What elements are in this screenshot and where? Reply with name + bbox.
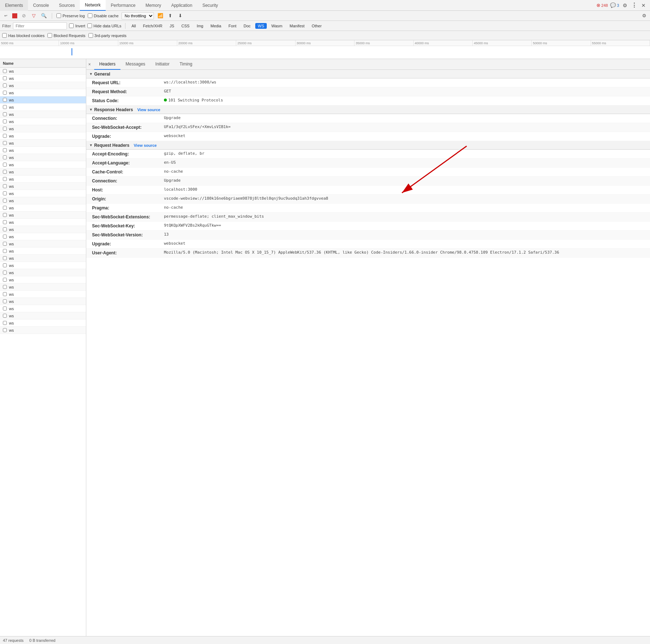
list-item[interactable]: ws (0, 82, 86, 89)
blocked-requests-checkbox[interactable]: Blocked Requests (47, 33, 86, 38)
item-checkbox[interactable] (3, 292, 7, 296)
item-checkbox[interactable] (3, 299, 7, 303)
list-item[interactable]: ws (0, 154, 86, 161)
tab-network[interactable]: Network (80, 0, 106, 11)
item-checkbox[interactable] (3, 278, 7, 282)
preserve-log-input[interactable] (56, 13, 61, 18)
item-checkbox[interactable] (3, 184, 7, 188)
tab-application[interactable]: Application (166, 0, 197, 11)
item-checkbox[interactable] (3, 119, 7, 123)
list-item[interactable]: ws (0, 284, 86, 291)
navigate-back-icon[interactable]: ↩ (2, 12, 9, 19)
list-item[interactable]: ws (0, 204, 86, 212)
item-checkbox[interactable] (3, 213, 7, 217)
tab-sources[interactable]: Sources (54, 0, 80, 11)
item-checkbox[interactable] (3, 163, 7, 167)
export-icon[interactable]: ⬇ (177, 12, 184, 19)
list-item[interactable]: ws (0, 276, 86, 284)
list-item[interactable]: ws (0, 147, 86, 154)
item-checkbox[interactable] (3, 112, 7, 116)
item-checkbox[interactable] (3, 148, 7, 152)
list-item[interactable]: ws (0, 233, 86, 240)
response-headers-section[interactable]: ▼ Response Headers View source (86, 105, 650, 114)
filter-css[interactable]: CSS (179, 23, 192, 29)
item-checkbox[interactable] (3, 91, 7, 95)
list-item[interactable]: ws (0, 327, 86, 334)
wifi-icon[interactable]: 📶 (157, 12, 164, 19)
settings-icon[interactable]: ⚙ (621, 2, 628, 9)
request-headers-section[interactable]: ▼ Request Headers View source (86, 141, 650, 150)
item-checkbox[interactable] (3, 220, 7, 224)
item-checkbox[interactable] (3, 235, 7, 239)
record-button[interactable] (12, 13, 17, 18)
tab-elements[interactable]: Elements (0, 0, 28, 11)
search-icon[interactable]: 🔍 (40, 12, 47, 19)
import-icon[interactable]: ⬆ (167, 12, 174, 19)
list-item[interactable]: ws (0, 197, 86, 204)
item-checkbox[interactable] (3, 134, 7, 138)
filter-fetch-xhr[interactable]: Fetch/XHR (141, 23, 165, 29)
item-checkbox[interactable] (3, 242, 7, 246)
item-checkbox[interactable] (3, 256, 7, 260)
item-checkbox[interactable] (3, 69, 7, 73)
list-item[interactable]: ws (0, 312, 86, 319)
filter-doc[interactable]: Doc (241, 23, 253, 29)
response-view-source-link[interactable]: View source (137, 108, 160, 112)
tab-timing[interactable]: Timing (174, 59, 197, 70)
item-checkbox[interactable] (3, 271, 7, 275)
invert-checkbox[interactable]: Invert (69, 23, 85, 28)
list-item[interactable]: ws (0, 68, 86, 75)
list-item[interactable]: ws (0, 161, 86, 168)
list-item[interactable]: ws (0, 168, 86, 176)
tab-headers[interactable]: Headers (94, 59, 120, 70)
list-item[interactable]: ws (0, 125, 86, 132)
list-item[interactable]: ws (0, 305, 86, 312)
item-checkbox[interactable] (3, 127, 7, 131)
tab-initiator[interactable]: Initiator (150, 59, 174, 70)
general-section-header[interactable]: ▼ General (86, 70, 650, 78)
list-item[interactable]: ws (0, 111, 86, 118)
item-checkbox[interactable] (3, 155, 7, 159)
list-item[interactable]: ws (0, 89, 86, 96)
filter-other[interactable]: Other (309, 23, 324, 29)
list-item[interactable]: ws (0, 291, 86, 298)
filter-js[interactable]: JS (167, 23, 177, 29)
item-checkbox[interactable] (3, 105, 7, 109)
item-checkbox[interactable] (3, 76, 7, 80)
item-checkbox[interactable] (3, 249, 7, 253)
list-item[interactable]: ws (0, 212, 86, 219)
item-checkbox[interactable] (3, 98, 7, 102)
item-checkbox[interactable] (3, 191, 7, 195)
warning-count[interactable]: 💬 3 (610, 3, 619, 8)
filter-icon[interactable]: ▽ (30, 12, 37, 19)
filter-all[interactable]: All (129, 23, 138, 29)
error-count[interactable]: ⊗ 248 (596, 3, 608, 8)
item-checkbox[interactable] (3, 307, 7, 310)
list-item[interactable]: ws (0, 190, 86, 197)
close-panel-button[interactable]: × (86, 61, 93, 68)
item-checkbox[interactable] (3, 83, 7, 87)
list-item[interactable]: ws (0, 255, 86, 262)
list-item[interactable]: ws (0, 75, 86, 82)
list-item[interactable]: ws (0, 104, 86, 111)
list-item[interactable]: ws (0, 132, 86, 140)
item-checkbox[interactable] (3, 199, 7, 203)
filter-img[interactable]: Img (194, 23, 206, 29)
item-checkbox[interactable] (3, 206, 7, 210)
more-options-icon[interactable]: ⋮ (631, 2, 638, 9)
throttle-select[interactable]: No throttling (122, 12, 154, 19)
item-checkbox[interactable] (3, 328, 7, 332)
filter-font[interactable]: Font (226, 23, 239, 29)
has-blocked-cookies-checkbox[interactable]: Has blocked cookies (2, 33, 45, 38)
list-item[interactable]: ws (0, 248, 86, 255)
item-checkbox[interactable] (3, 285, 7, 289)
list-item[interactable]: ws (0, 183, 86, 190)
preserve-log-checkbox[interactable]: Preserve log (56, 13, 85, 18)
request-view-source-link[interactable]: View source (134, 143, 157, 148)
filter-input[interactable] (13, 22, 67, 30)
item-checkbox[interactable] (3, 141, 7, 145)
list-item[interactable]: ws (0, 140, 86, 147)
list-item[interactable]: ws (0, 319, 86, 327)
list-item[interactable]: ws (0, 176, 86, 183)
third-party-checkbox[interactable]: 3rd-party requests (88, 33, 127, 38)
